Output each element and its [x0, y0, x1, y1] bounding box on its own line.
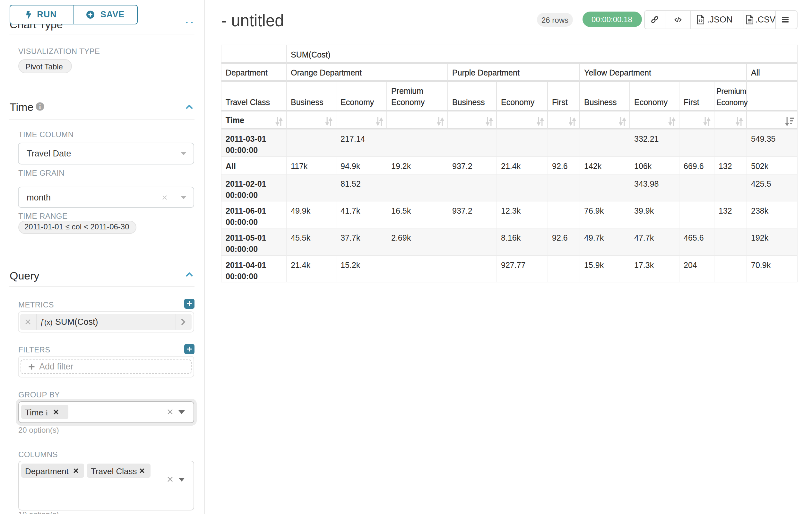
- svg-text:i: i: [39, 103, 41, 110]
